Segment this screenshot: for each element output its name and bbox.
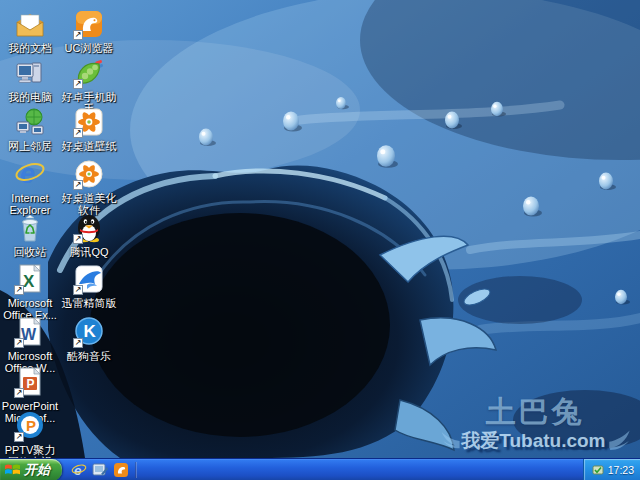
word-icon: W ↗ (14, 316, 46, 348)
system-tray: 17:23 (583, 459, 640, 480)
quick-launch-bar: e (71, 462, 129, 478)
start-button[interactable]: 开始 (0, 459, 62, 480)
shortcut-arrow-icon: ↗ (14, 432, 24, 442)
desktop-icon-tencent-qq[interactable]: ↗ 腾讯QQ (60, 212, 118, 258)
quick-launch-show-desktop-icon[interactable] (92, 462, 108, 478)
desktop-icon-haozhuodao-wallpaper[interactable]: ↗ 好桌道壁纸 (60, 106, 118, 152)
qq-penguin-icon: ↗ (73, 212, 105, 244)
shortcut-arrow-icon: ↗ (14, 338, 24, 348)
desktop-icon-internet-explorer[interactable]: e Internet Explorer (1, 158, 59, 217)
my-computer-icon (14, 57, 46, 89)
internet-explorer-icon: e (14, 158, 46, 190)
desktop-icon-uc-browser[interactable]: ↗ UC浏览器 (60, 8, 118, 54)
shortcut-arrow-icon: ↗ (14, 285, 24, 295)
taskbar-divider (135, 462, 137, 478)
icon-label: PPTV聚力 网络电视 (1, 444, 59, 458)
shortcut-arrow-icon: ↗ (73, 234, 83, 244)
shortcut-arrow-icon: ↗ (73, 180, 83, 190)
orange-flower-icon: ↗ (73, 106, 105, 138)
tray-icon[interactable] (592, 464, 604, 476)
desktop-icon-network-places[interactable]: 网上邻居 (1, 106, 59, 152)
recycle-bin-icon (14, 212, 46, 244)
shortcut-arrow-icon: ↗ (73, 338, 83, 348)
start-button-label: 开始 (24, 461, 50, 479)
pea-pod-icon: ↗ (73, 57, 105, 89)
powerpoint-icon: P ↗ (14, 366, 46, 398)
icon-label: 回收站 (1, 246, 59, 258)
taskbar: 开始 e 17:23 (0, 458, 640, 480)
kugou-icon: K ↗ (73, 316, 105, 348)
icon-label: 网上邻居 (1, 140, 59, 152)
icon-label: 我的文档 (1, 42, 59, 54)
desktop-icon-my-computer[interactable]: 我的电脑 (1, 57, 59, 103)
icon-label: 迅雷精简版 (60, 297, 118, 309)
desktop-icon-haozhuodao-beautify[interactable]: ↗ 好桌道美化软件 (60, 158, 118, 217)
taskbar-clock[interactable]: 17:23 (608, 464, 634, 476)
orange-flower-icon: ↗ (73, 158, 105, 190)
uc-browser-icon: ↗ (73, 8, 105, 40)
desktop-icon-recycle-bin[interactable]: 回收站 (1, 212, 59, 258)
svg-text:X: X (23, 272, 35, 291)
desktop-area: 我的文档 我的电脑 网上邻居 e Internet Explorer 回收站 (0, 0, 640, 458)
icon-label: 腾讯QQ (60, 246, 118, 258)
icon-label: 好桌道壁纸 (60, 140, 118, 152)
network-places-icon (14, 106, 46, 138)
shortcut-arrow-icon: ↗ (73, 79, 83, 89)
desktop-icon-pptv[interactable]: P ↗ PPTV聚力 网络电视 (1, 410, 59, 458)
pptv-icon: P ↗ (14, 410, 46, 442)
desktop-icon-thunder-lite[interactable]: ↗ 迅雷精简版 (60, 263, 118, 309)
quick-launch-uc-browser-icon[interactable] (113, 462, 129, 478)
desktop-icon-excel[interactable]: X ↗ Microsoft Office Ex... (1, 263, 59, 322)
windows-xp-desktop: 我的文档 我的电脑 网上邻居 e Internet Explorer 回收站 (0, 0, 640, 480)
shortcut-arrow-icon: ↗ (73, 285, 83, 295)
quick-launch-internet-explorer-icon[interactable]: e (71, 462, 87, 478)
shortcut-arrow-icon: ↗ (73, 128, 83, 138)
icon-label: UC浏览器 (60, 42, 118, 54)
icon-label: 我的电脑 (1, 91, 59, 103)
thunder-bird-icon: ↗ (73, 263, 105, 295)
excel-icon: X ↗ (14, 263, 46, 295)
icon-label: 酷狗音乐 (60, 350, 118, 362)
svg-text:K: K (84, 322, 97, 341)
windows-flag-icon (5, 463, 20, 476)
desktop-icon-my-documents[interactable]: 我的文档 (1, 8, 59, 54)
shortcut-arrow-icon: ↗ (73, 30, 83, 40)
shortcut-arrow-icon: ↗ (14, 388, 24, 398)
svg-text:P: P (27, 377, 35, 391)
svg-text:P: P (26, 417, 36, 434)
desktop-icon-kugou-music[interactable]: K ↗ 酷狗音乐 (60, 316, 118, 362)
my-documents-icon (14, 8, 46, 40)
